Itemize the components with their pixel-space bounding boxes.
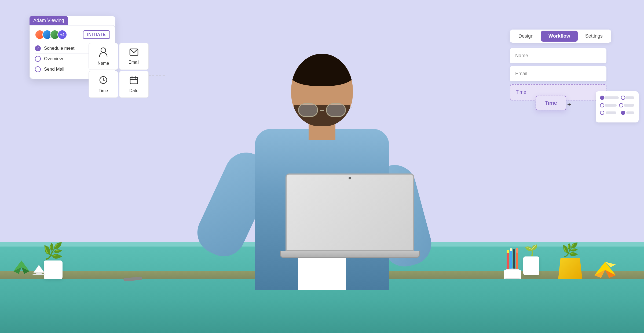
radio-dot-empty-3[interactable] bbox=[619, 103, 623, 107]
plus-cursor: + bbox=[567, 101, 571, 108]
field-label-time: Time bbox=[99, 88, 108, 93]
plant-leaves-left: 🌿 bbox=[43, 243, 63, 259]
checklist-label-overview: Overview bbox=[44, 56, 63, 61]
svg-rect-25 bbox=[507, 250, 509, 253]
email-icon bbox=[129, 48, 138, 58]
pencils-svg bbox=[502, 247, 523, 279]
laptop-camera bbox=[349, 177, 351, 179]
adam-card-top-row: +4 INITIATE bbox=[35, 30, 110, 39]
time-drag-field[interactable]: Time bbox=[536, 96, 566, 110]
date-icon bbox=[130, 76, 138, 86]
plant-right-small: 🌱 bbox=[523, 244, 539, 275]
svg-marker-14 bbox=[13, 260, 30, 271]
adam-viewing-label: Adam Viewing bbox=[33, 18, 64, 23]
radio-row-2 bbox=[600, 103, 634, 107]
tab-settings[interactable]: Settings bbox=[578, 31, 610, 42]
tab-workflow[interactable]: Workflow bbox=[541, 31, 578, 42]
plant-leaves-right-big: 🌿 bbox=[558, 243, 582, 257]
svg-marker-17 bbox=[34, 265, 44, 273]
radio-dot-empty-1[interactable] bbox=[621, 96, 625, 100]
desk-wood-edge bbox=[0, 271, 644, 279]
form-field-email[interactable]: Email bbox=[510, 66, 606, 81]
svg-line-9 bbox=[103, 80, 105, 81]
initiate-button[interactable]: INITIATE bbox=[83, 30, 110, 39]
avatar-count: +4 bbox=[57, 30, 67, 39]
radio-line-1b bbox=[625, 96, 634, 99]
field-cell-name[interactable]: Name bbox=[89, 43, 118, 70]
svg-rect-26 bbox=[510, 248, 512, 269]
field-label-email: Email bbox=[129, 60, 139, 65]
field-label-date: Date bbox=[129, 88, 138, 93]
radio-row-3 bbox=[600, 111, 634, 115]
checklist-label-schedule: Schedule meet bbox=[44, 46, 74, 51]
radio-card bbox=[596, 91, 639, 122]
plant-right-big: 🌿 bbox=[558, 243, 582, 279]
laptop-screen bbox=[286, 173, 414, 251]
svg-rect-10 bbox=[130, 77, 138, 84]
avatar-group: +4 bbox=[35, 30, 67, 39]
tab-bar: Design Workflow Settings bbox=[510, 30, 611, 43]
checklist-label-sendmail: Send Mail bbox=[44, 67, 64, 72]
tab-design[interactable]: Design bbox=[511, 31, 541, 42]
radio-line-2b bbox=[624, 104, 634, 107]
field-label-name: Name bbox=[98, 61, 109, 66]
radio-dot-filled-2[interactable] bbox=[621, 111, 625, 115]
radio-row-1 bbox=[600, 96, 634, 100]
radio-line-3a bbox=[606, 111, 616, 114]
laptop-base bbox=[280, 251, 420, 258]
pencil-holder bbox=[502, 247, 523, 279]
plant-pot-white-small bbox=[523, 256, 539, 275]
svg-point-32 bbox=[516, 248, 518, 253]
svg-rect-28 bbox=[510, 248, 512, 251]
laptop bbox=[280, 173, 420, 258]
right-panel: Design Workflow Settings Name Email Time bbox=[510, 30, 606, 103]
check-icon-overview bbox=[35, 56, 41, 62]
plant-pot-left bbox=[44, 260, 63, 279]
svg-rect-29 bbox=[513, 249, 515, 270]
radio-line-2a bbox=[605, 104, 617, 107]
field-cell-time[interactable]: Time bbox=[89, 71, 118, 98]
origami-green-bird bbox=[13, 260, 30, 274]
time-icon bbox=[99, 76, 108, 86]
radio-dot-empty-2[interactable] bbox=[600, 103, 604, 107]
adam-card-header: Adam Viewing bbox=[30, 16, 68, 25]
person-icon bbox=[99, 47, 108, 59]
field-grid: Name Email Time D bbox=[89, 43, 149, 98]
check-icon-schedule bbox=[35, 45, 41, 51]
origami-yellow-bird bbox=[594, 262, 616, 278]
radio-dot-filled-1[interactable] bbox=[600, 96, 604, 100]
radio-line-1a bbox=[604, 96, 619, 99]
plant-leaves-right-small: 🌱 bbox=[523, 244, 539, 256]
form-field-name[interactable]: Name bbox=[510, 48, 606, 63]
origami-white-boat bbox=[32, 265, 46, 275]
plant-left: 🌿 bbox=[43, 243, 63, 279]
plant-pot-yellow bbox=[558, 258, 582, 279]
radio-dot-empty-4[interactable] bbox=[600, 111, 604, 115]
check-icon-sendmail bbox=[35, 66, 41, 72]
svg-point-5 bbox=[101, 48, 106, 53]
radio-line-3b bbox=[626, 111, 634, 114]
svg-marker-18 bbox=[32, 273, 46, 275]
field-cell-email[interactable]: Email bbox=[119, 43, 149, 70]
svg-rect-31 bbox=[516, 250, 518, 269]
field-cell-date[interactable]: Date bbox=[119, 71, 149, 98]
